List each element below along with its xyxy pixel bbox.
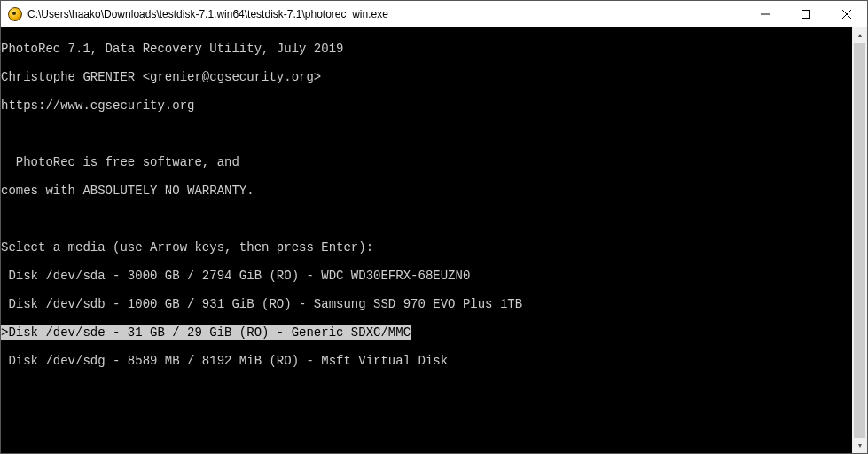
console-output[interactable]: PhotoRec 7.1, Data Recovery Utility, Jul… xyxy=(1,27,852,453)
header-line: PhotoRec 7.1, Data Recovery Utility, Jul… xyxy=(1,42,852,56)
minimize-button[interactable] xyxy=(745,1,786,27)
scroll-up-arrow-icon[interactable]: ▴ xyxy=(852,27,867,43)
blank-line xyxy=(1,212,852,226)
select-prompt: Select a media (use Arrow keys, then pre… xyxy=(1,240,852,254)
notice-line: comes with ABSOLUTELY NO WARRANTY. xyxy=(1,184,852,198)
scrollbar-track[interactable] xyxy=(852,43,867,438)
disk-row[interactable]: Disk /dev/sdg - 8589 MB / 8192 MiB (RO) … xyxy=(1,354,852,368)
vertical-scrollbar[interactable]: ▴ ▾ xyxy=(852,27,867,453)
blank-line xyxy=(1,411,852,425)
close-button[interactable] xyxy=(826,1,867,27)
blank-line xyxy=(1,382,852,396)
window-controls xyxy=(745,1,867,27)
app-icon xyxy=(8,7,22,21)
header-line: Christophe GRENIER <grenier@cgsecurity.o… xyxy=(1,70,852,84)
blank-line xyxy=(1,439,852,453)
scrollbar-thumb[interactable] xyxy=(854,43,865,438)
console-wrapper: PhotoRec 7.1, Data Recovery Utility, Jul… xyxy=(1,27,867,453)
scroll-down-arrow-icon[interactable]: ▾ xyxy=(852,438,867,453)
disk-row[interactable]: Disk /dev/sda - 3000 GB / 2794 GiB (RO) … xyxy=(1,269,852,283)
notice-line: PhotoRec is free software, and xyxy=(1,155,852,169)
disk-row[interactable]: Disk /dev/sdb - 1000 GB / 931 GiB (RO) -… xyxy=(1,297,852,311)
blank-line xyxy=(1,127,852,141)
svg-rect-1 xyxy=(802,10,810,18)
disk-row-selected[interactable]: >Disk /dev/sde - 31 GB / 29 GiB (RO) - G… xyxy=(1,325,852,340)
maximize-button[interactable] xyxy=(786,1,826,27)
window-title: C:\Users\haako\Downloads\testdisk-7.1.wi… xyxy=(27,8,745,20)
window-titlebar: C:\Users\haako\Downloads\testdisk-7.1.wi… xyxy=(1,1,867,27)
header-line: https://www.cgsecurity.org xyxy=(1,98,852,113)
